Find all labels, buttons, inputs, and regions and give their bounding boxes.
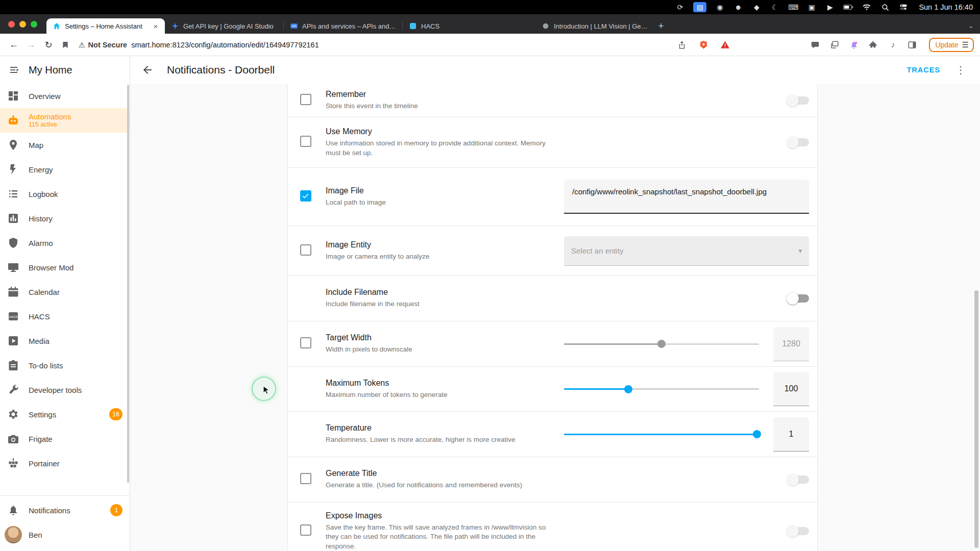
sidebar-item-alarmo[interactable]: Alarmo bbox=[0, 231, 130, 255]
sync-icon[interactable]: ⟳ bbox=[675, 2, 685, 12]
forward-button[interactable]: → bbox=[23, 37, 39, 53]
chat-extension-icon[interactable] bbox=[810, 38, 821, 52]
sidebar-item-map[interactable]: Map bbox=[0, 133, 130, 157]
site-warning-icon[interactable] bbox=[718, 38, 732, 52]
tab-home-assistant[interactable]: Settings – Home Assistant × bbox=[46, 18, 165, 34]
sidebar-item-calendar[interactable]: Calendar bbox=[0, 280, 130, 304]
robot-icon bbox=[7, 114, 19, 127]
sidebar-item-hacs[interactable]: HACS bbox=[0, 304, 130, 329]
maximum-tokens-value[interactable]: 100 bbox=[773, 372, 809, 406]
tab-manager-icon[interactable] bbox=[829, 38, 840, 52]
expose-images-toggle[interactable] bbox=[788, 527, 809, 535]
browser-update-button[interactable]: Update ☰ bbox=[929, 38, 974, 52]
minimize-window-button[interactable] bbox=[19, 21, 26, 28]
bell-extension-icon[interactable] bbox=[848, 38, 860, 52]
sidebar-item-overview[interactable]: Overview bbox=[0, 84, 130, 108]
sidebar-toggle-icon[interactable] bbox=[906, 38, 918, 52]
sidebar-item-browser-mod[interactable]: Browser Mod bbox=[0, 255, 130, 280]
close-tab-icon[interactable]: × bbox=[152, 22, 160, 31]
sidebar-item-frigate[interactable]: Frigate bbox=[0, 427, 130, 451]
avatar bbox=[5, 526, 22, 543]
back-arrow-icon[interactable] bbox=[141, 64, 154, 76]
extensions-puzzle-icon[interactable] bbox=[868, 38, 879, 52]
llm-vision-favicon bbox=[542, 22, 550, 30]
sidebar-item-energy[interactable]: Energy bbox=[0, 157, 130, 182]
spotlight-search-icon[interactable] bbox=[880, 2, 890, 12]
target-width-checkbox[interactable] bbox=[300, 337, 311, 348]
focus-icon[interactable]: ☾ bbox=[770, 2, 780, 12]
play-box-icon bbox=[7, 335, 19, 347]
maximum-tokens-slider[interactable] bbox=[564, 380, 759, 398]
sidebar-item-todo-lists[interactable]: To-do lists bbox=[0, 353, 130, 378]
control-center-icon[interactable] bbox=[898, 2, 909, 12]
image-entity-checkbox[interactable] bbox=[300, 244, 311, 256]
security-icon[interactable]: ◆ bbox=[751, 2, 762, 12]
temperature-slider[interactable] bbox=[564, 425, 759, 443]
temperature-value[interactable]: 1 bbox=[773, 417, 809, 452]
sidebar-item-automations[interactable]: Automations 115 active bbox=[0, 108, 130, 133]
sidebar-item-portainer[interactable]: Portainer bbox=[0, 451, 130, 475]
sidebar-item-history[interactable]: History bbox=[0, 206, 130, 231]
menubar-clock[interactable]: Sun 1 Jun 16:40 bbox=[919, 3, 973, 11]
stage-manager-icon[interactable]: ▣ bbox=[806, 2, 817, 12]
target-width-value[interactable]: 1280 bbox=[773, 327, 809, 361]
brave-shield-icon[interactable] bbox=[696, 38, 710, 52]
sidebar-item-developer-tools[interactable]: Developer tools bbox=[0, 378, 130, 402]
sidebar-item-label: HACS bbox=[29, 312, 50, 321]
row-image-entity: Image Entity Image or camera entity to a… bbox=[288, 226, 817, 276]
target-width-slider[interactable] bbox=[564, 335, 759, 353]
generate-title-checkbox[interactable] bbox=[300, 473, 311, 484]
sidebar-item-user[interactable]: Ben bbox=[0, 522, 130, 547]
use-memory-toggle[interactable] bbox=[788, 138, 809, 146]
tab-search-chevron-icon[interactable]: ⌄ bbox=[968, 21, 974, 30]
url-text[interactable]: smart.home:8123/config/automation/edit/1… bbox=[131, 41, 319, 49]
tab-hacs[interactable]: HACS bbox=[403, 18, 494, 34]
sidebar-item-notifications[interactable]: Notifications 1 bbox=[0, 498, 130, 522]
use-memory-checkbox[interactable] bbox=[300, 136, 311, 147]
new-tab-button[interactable]: + bbox=[654, 19, 668, 33]
zoom-window-button[interactable] bbox=[31, 21, 37, 28]
user-icon[interactable]: ☻ bbox=[733, 2, 743, 12]
reload-button[interactable]: ↻ bbox=[41, 37, 56, 53]
media-control-icon[interactable]: ♪ bbox=[887, 38, 898, 52]
share-icon[interactable] bbox=[675, 38, 689, 52]
security-status[interactable]: ⚠ Not Secure bbox=[79, 41, 127, 49]
wifi-icon[interactable] bbox=[862, 2, 872, 12]
sidebar-collapse-icon[interactable] bbox=[8, 64, 20, 76]
slider-thumb[interactable] bbox=[624, 385, 632, 393]
page-header: Notifications - Doorbell TRACES ⋮ bbox=[130, 56, 980, 84]
slider-thumb[interactable] bbox=[753, 430, 761, 438]
image-file-checkbox[interactable] bbox=[300, 190, 311, 202]
remember-toggle[interactable] bbox=[788, 96, 809, 105]
include-filename-toggle[interactable] bbox=[788, 294, 809, 303]
tab-google-ai-studio[interactable]: Get API key | Google AI Studio bbox=[165, 18, 283, 34]
back-button[interactable]: ← bbox=[6, 37, 21, 53]
image-entity-select[interactable]: Select an entity ▾ bbox=[564, 236, 809, 266]
expose-images-checkbox[interactable] bbox=[300, 524, 311, 536]
ha-main: Notifications - Doorbell TRACES ⋮ Rememb… bbox=[130, 56, 980, 551]
keyboard-icon[interactable]: ⌨ bbox=[788, 2, 798, 12]
sidebar-scrollbar[interactable] bbox=[127, 85, 129, 483]
page-scrollbar[interactable] bbox=[974, 290, 978, 548]
sidebar-item-logbook[interactable]: Logbook bbox=[0, 182, 130, 206]
image-file-input[interactable]: /config/www/reolink_snapshot/last_snapsh… bbox=[564, 180, 809, 214]
tab-apis-services[interactable]: APIs and services – APIs and ser bbox=[284, 18, 402, 34]
screen-mirroring-icon[interactable]: ▤ bbox=[693, 2, 706, 12]
playback-icon[interactable]: ▶ bbox=[825, 2, 835, 12]
overflow-menu-icon[interactable]: ⋮ bbox=[953, 64, 968, 76]
battery-icon[interactable] bbox=[843, 2, 853, 12]
sidebar-item-settings[interactable]: Settings 16 bbox=[0, 402, 130, 427]
close-window-button[interactable] bbox=[8, 21, 15, 28]
record-icon[interactable]: ◉ bbox=[715, 2, 725, 12]
dashboard-icon bbox=[7, 90, 19, 102]
remember-checkbox[interactable] bbox=[300, 94, 311, 105]
traces-link[interactable]: TRACES bbox=[906, 66, 940, 74]
bookmark-icon[interactable] bbox=[58, 38, 72, 52]
sidebar-item-label: Overview bbox=[29, 92, 61, 101]
slider-thumb[interactable] bbox=[657, 340, 666, 348]
generate-title-toggle[interactable] bbox=[788, 475, 809, 484]
omnibox[interactable]: ⚠ Not Secure smart.home:8123/config/auto… bbox=[75, 36, 736, 54]
browser-menu-icon[interactable]: ☰ bbox=[962, 40, 969, 49]
sidebar-item-media[interactable]: Media bbox=[0, 329, 130, 353]
tab-llm-vision[interactable]: Introduction | LLM Vision | Gettin bbox=[535, 18, 654, 34]
